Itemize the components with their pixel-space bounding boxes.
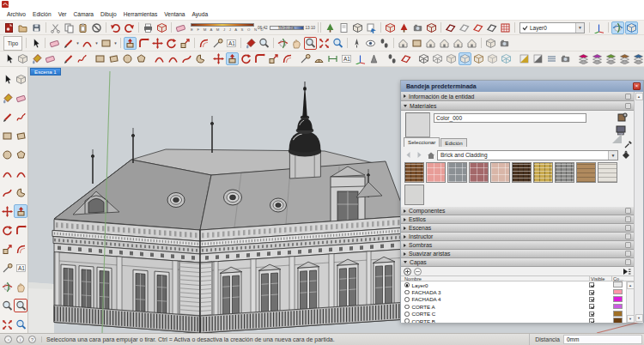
layer-active-radio[interactable] xyxy=(404,305,410,310)
section-cut-icon[interactable] xyxy=(471,21,484,34)
section-options-icon[interactable] xyxy=(625,94,631,100)
erase-icon[interactable] xyxy=(90,21,103,34)
swatch-stone-gray[interactable] xyxy=(555,162,574,183)
follow-me-icon[interactable] xyxy=(14,223,27,237)
layers-1-icon[interactable] xyxy=(577,52,590,65)
follow-b-icon[interactable] xyxy=(253,52,266,65)
eraser-b-icon[interactable] xyxy=(44,52,57,65)
shadow-a-icon[interactable] xyxy=(518,52,531,65)
layer-visible-checkbox[interactable] xyxy=(589,290,594,295)
dropdown-arrow-icon[interactable]: ▾ xyxy=(113,37,118,50)
add-layer-icon[interactable] xyxy=(404,268,411,275)
menu-ayuda[interactable]: Ayuda xyxy=(188,9,211,20)
tape-b-icon[interactable] xyxy=(299,52,312,65)
share-model-icon[interactable] xyxy=(337,21,350,34)
section-header-estilos[interactable]: Estilos xyxy=(401,215,634,224)
walk-icon[interactable] xyxy=(378,37,391,50)
polygon-icon[interactable] xyxy=(14,148,27,161)
style-xray-icon[interactable] xyxy=(500,52,513,65)
paint-bucket-icon[interactable] xyxy=(244,37,257,50)
redo-icon[interactable] xyxy=(123,21,136,34)
tray-scroll-down[interactable]: ▼ xyxy=(635,314,643,322)
axes-b-icon[interactable] xyxy=(354,52,367,65)
component-1-icon[interactable] xyxy=(384,21,397,34)
section-options-icon[interactable] xyxy=(625,208,631,214)
section-options-icon[interactable] xyxy=(625,242,631,248)
protractor-icon[interactable] xyxy=(313,52,325,65)
shadow-toggle-icon[interactable] xyxy=(174,21,187,34)
previous-icon[interactable] xyxy=(14,318,27,331)
orbit-icon[interactable] xyxy=(276,37,289,50)
view-top-icon[interactable] xyxy=(410,37,423,50)
menu-edicin[interactable]: Edición xyxy=(29,9,55,20)
back-arrow-icon[interactable] xyxy=(404,150,413,160)
layer-color-chip[interactable] xyxy=(613,311,623,317)
style-shaded-icon[interactable] xyxy=(459,52,471,65)
camera-2-icon[interactable] xyxy=(498,37,511,50)
save-icon[interactable] xyxy=(30,21,43,34)
swatch-brick-dark-mortar[interactable] xyxy=(512,162,532,183)
swatch-siding-white[interactable] xyxy=(598,162,617,183)
line-b-icon[interactable] xyxy=(62,52,75,65)
remove-layer-icon[interactable] xyxy=(414,268,422,275)
zoom-window-icon[interactable] xyxy=(304,37,317,50)
section-options-icon[interactable] xyxy=(625,251,631,257)
section-options-icon[interactable] xyxy=(625,225,631,231)
section-header-suavizar-aristas[interactable]: Suavizar aristas xyxy=(401,250,634,258)
section-header-layers[interactable]: Capas xyxy=(401,258,634,267)
shadow-date-slider[interactable]: E F M A M J J A S O N D xyxy=(189,21,256,34)
tray-title-bar[interactable]: Bandeja predeterminada × xyxy=(401,81,643,92)
section-header-sombras[interactable]: Sombras xyxy=(401,241,634,250)
view-right-icon[interactable] xyxy=(438,37,451,50)
tray-scroll-up[interactable]: ▲ xyxy=(635,93,643,100)
polygon-icon[interactable] xyxy=(135,52,148,65)
pie-icon[interactable] xyxy=(194,52,207,65)
move-icon[interactable] xyxy=(151,37,164,50)
offset-icon[interactable] xyxy=(14,242,27,256)
layer-active-radio[interactable] xyxy=(404,312,410,317)
layer-active-radio[interactable] xyxy=(404,290,410,295)
col-visible[interactable]: Visible xyxy=(589,276,611,281)
zoom-previous-icon[interactable] xyxy=(331,37,344,50)
component-4-icon[interactable] xyxy=(425,21,438,34)
swatch-stone-blue-gray[interactable] xyxy=(447,162,467,183)
freehand-icon[interactable] xyxy=(76,52,88,65)
section-header-componentes[interactable]: Componentes xyxy=(401,207,634,215)
move-b-icon[interactable] xyxy=(212,52,225,65)
sample-paint-icon[interactable] xyxy=(623,139,633,149)
layers-2-icon[interactable] xyxy=(591,52,604,65)
rot-rect-icon[interactable] xyxy=(107,52,120,65)
offset-icon[interactable] xyxy=(197,37,210,50)
section-header-escenas[interactable]: Escenas xyxy=(401,224,634,233)
scene-tab[interactable]: Escena 1 xyxy=(30,68,61,76)
push-pull-icon[interactable] xyxy=(14,204,27,218)
layers-scroll-down[interactable]: ▼ xyxy=(627,315,635,323)
line-icon[interactable] xyxy=(0,110,14,124)
pan-icon[interactable] xyxy=(14,280,27,294)
scale-icon[interactable] xyxy=(0,242,14,256)
follow-me-icon[interactable] xyxy=(137,37,150,50)
select-icon[interactable] xyxy=(29,37,42,50)
layers-3-icon[interactable] xyxy=(605,52,617,65)
arc-2pt-icon[interactable] xyxy=(167,52,179,65)
layer-visible-checkbox[interactable] xyxy=(589,318,594,323)
section-header-materials[interactable]: Materiales xyxy=(401,101,634,111)
rotated-rectangle-icon[interactable] xyxy=(14,129,27,142)
tape-measure-icon[interactable] xyxy=(211,37,224,50)
text-3d-icon[interactable] xyxy=(368,52,380,65)
image-igloo-icon[interactable] xyxy=(484,37,497,50)
model-info-icon[interactable] xyxy=(155,21,168,34)
dimensions-icon[interactable]: A1 xyxy=(225,37,238,50)
scale-icon[interactable] xyxy=(179,37,191,50)
section-options-icon[interactable] xyxy=(625,233,631,239)
layer-row-fachada-3[interactable]: FACHADA 3 xyxy=(401,288,634,295)
col-color[interactable]: Co... xyxy=(611,276,634,281)
section-fill-icon[interactable] xyxy=(485,21,498,34)
make-component-icon[interactable] xyxy=(14,72,27,86)
view-front-icon[interactable] xyxy=(424,37,437,50)
section-options-icon[interactable] xyxy=(625,103,631,109)
swatch-plaster-light[interactable] xyxy=(404,185,424,205)
geolocation-icon[interactable]: ◔ xyxy=(4,336,12,343)
section-b-icon[interactable] xyxy=(399,52,412,65)
make-component-icon[interactable] xyxy=(16,52,29,65)
